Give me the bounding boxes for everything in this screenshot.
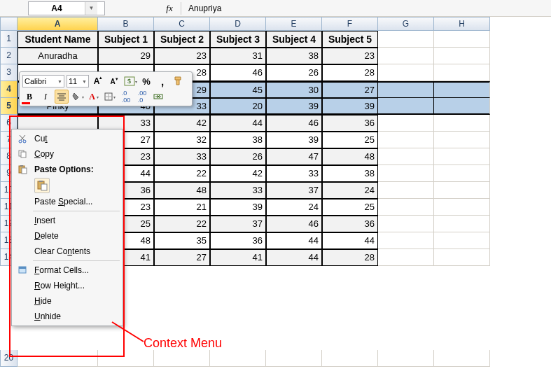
row-header[interactable]: 3 (0, 64, 18, 81)
cell-subject-3[interactable]: 45 (210, 81, 266, 98)
empty-cell[interactable] (434, 115, 490, 132)
percent-style-icon[interactable]: % (139, 74, 153, 88)
empty-cell[interactable] (98, 350, 154, 367)
cell-subject-4[interactable]: 37 (266, 182, 322, 199)
empty-cell[interactable] (154, 350, 210, 367)
row-header[interactable]: 2 (0, 48, 18, 64)
cell-subject-2[interactable]: 48 (154, 182, 210, 199)
header-subject-3[interactable]: Subject 3 (210, 31, 266, 48)
cell-subject-2[interactable]: 27 (154, 249, 210, 266)
empty-cell[interactable] (378, 48, 434, 64)
italic-icon[interactable]: I (39, 90, 53, 104)
cell-subject-2[interactable]: 23 (154, 48, 210, 64)
menu-hide[interactable]: Hide (13, 293, 121, 309)
empty-cell[interactable] (434, 199, 490, 216)
cell-subject-2[interactable]: 33 (154, 148, 210, 165)
cell-subject-3[interactable]: 37 (210, 216, 266, 232)
cell-subject-2[interactable]: 22 (154, 165, 210, 182)
empty-cell[interactable] (434, 165, 490, 182)
center-align-icon[interactable] (55, 90, 69, 104)
col-header-e[interactable]: E (266, 17, 322, 31)
cell-subject-2[interactable]: 35 (154, 232, 210, 249)
empty-cell[interactable] (434, 216, 490, 232)
cell-subject-3[interactable]: 36 (210, 232, 266, 249)
header-subject-4[interactable]: Subject 4 (266, 31, 322, 48)
name-box-wrap[interactable]: ▼ (28, 1, 105, 15)
accounting-format-icon[interactable]: $▾ (123, 74, 137, 88)
cell-subject-3[interactable]: 38 (210, 132, 266, 148)
paste-option-default[interactable] (34, 178, 50, 193)
menu-paste-special[interactable]: Paste Special... (13, 194, 121, 209)
font-size-select[interactable]: 11▼ (67, 75, 89, 88)
cell-subject-5[interactable]: 44 (322, 232, 378, 249)
borders-icon[interactable]: ▾ (103, 90, 117, 104)
cell-subject-5[interactable]: 48 (322, 148, 378, 165)
cell-subject-4[interactable]: 39 (266, 98, 322, 115)
bold-icon[interactable]: B (22, 90, 36, 104)
name-box[interactable] (29, 2, 85, 15)
cell-subject-4[interactable]: 30 (266, 81, 322, 98)
cell-subject-3[interactable]: 42 (210, 165, 266, 182)
col-header-g[interactable]: G (378, 17, 434, 31)
empty-cell[interactable] (434, 249, 490, 266)
select-all-corner[interactable] (0, 17, 18, 31)
empty-cell[interactable] (378, 182, 434, 199)
cell-subject-4[interactable]: 44 (266, 249, 322, 266)
empty-cell[interactable] (378, 249, 434, 266)
cell-subject-3[interactable]: 46 (210, 64, 266, 81)
row-header[interactable]: 4 (0, 81, 18, 98)
header-student-name[interactable]: Student Name (18, 31, 98, 48)
empty-cell[interactable] (378, 98, 434, 115)
merge-center-icon[interactable] (151, 90, 165, 104)
empty-cell[interactable] (210, 350, 266, 367)
empty-cell[interactable] (434, 81, 490, 98)
cell-subject-5[interactable]: 25 (322, 199, 378, 216)
cell-subject-3[interactable]: 31 (210, 48, 266, 64)
empty-cell[interactable] (434, 132, 490, 148)
row-header[interactable]: 5 (0, 98, 18, 115)
col-header-b[interactable]: B (98, 17, 154, 31)
header-subject-1[interactable]: Subject 1 (98, 31, 154, 48)
empty-cell[interactable] (378, 165, 434, 182)
comma-style-icon[interactable]: , (155, 74, 169, 88)
cell-subject-5[interactable]: 38 (322, 165, 378, 182)
menu-row-height[interactable]: Row Height... (13, 278, 121, 293)
header-subject-5[interactable]: Subject 5 (322, 31, 378, 48)
cell-subject-2[interactable]: 21 (154, 199, 210, 216)
cell-subject-4[interactable]: 46 (266, 115, 322, 132)
cell-subject-2[interactable]: 22 (154, 216, 210, 232)
cell-subject-5[interactable]: 36 (322, 115, 378, 132)
empty-cell[interactable] (378, 81, 434, 98)
col-header-d[interactable]: D (210, 17, 266, 31)
cell-name[interactable]: Anuradha (18, 48, 98, 64)
cell-subject-4[interactable]: 46 (266, 216, 322, 232)
menu-unhide[interactable]: Unhide (13, 309, 121, 324)
empty-cell[interactable] (434, 148, 490, 165)
col-header-f[interactable]: F (322, 17, 378, 31)
cell-subject-3[interactable]: 26 (210, 148, 266, 165)
empty-cell[interactable] (434, 98, 490, 115)
decrease-font-icon[interactable]: A▾ (107, 74, 121, 88)
empty-cell[interactable] (378, 216, 434, 232)
empty-cell[interactable] (266, 350, 322, 367)
increase-font-icon[interactable]: A▴ (91, 74, 105, 88)
menu-format-cells[interactable]: Format Cells... (13, 262, 121, 278)
cell-subject-3[interactable]: 20 (210, 98, 266, 115)
cell-subject-5[interactable]: 23 (322, 48, 378, 64)
empty-cell[interactable] (378, 115, 434, 132)
font-family-select[interactable]: Calibri▼ (22, 75, 64, 88)
cell-subject-4[interactable]: 26 (266, 64, 322, 81)
empty-cell[interactable] (434, 48, 490, 64)
empty-cell[interactable] (378, 232, 434, 249)
cell-subject-4[interactable]: 33 (266, 165, 322, 182)
col-header-a[interactable]: A (18, 17, 98, 31)
empty-cell[interactable] (378, 132, 434, 148)
header-subject-2[interactable]: Subject 2 (154, 31, 210, 48)
empty-cell[interactable] (434, 182, 490, 199)
cell-subject-5[interactable]: 28 (322, 249, 378, 266)
font-color-icon[interactable]: A▾ (87, 90, 101, 104)
fill-color-icon[interactable]: ▾ (71, 90, 85, 104)
cell-subject-3[interactable]: 33 (210, 182, 266, 199)
cell-subject-5[interactable]: 27 (322, 81, 378, 98)
empty-cell[interactable] (378, 31, 434, 48)
